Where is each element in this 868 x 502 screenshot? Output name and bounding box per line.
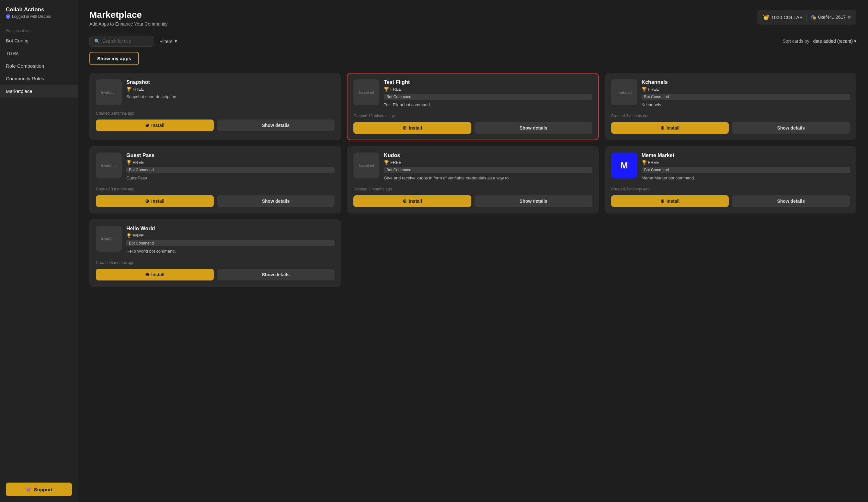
show-details-button[interactable]: Show details [732,122,850,134]
card-price: 🏆 FREE [126,160,334,165]
card-info: Test Flight 🏆 FREE Bot Command Test Flig… [384,79,592,108]
card-tag: Bot Command [126,167,334,173]
card-description: Hello World bot command. [126,248,334,254]
card-price: 🏆 FREE [126,87,334,92]
title-block: Marketplace Add Apps to Enhance Your Com… [90,10,167,27]
card-title: Snapshot [126,79,334,85]
card-created: Created 3 months ago [96,187,334,192]
show-details-button[interactable]: Show details [217,269,335,280]
card-price: 🏆 FREE [642,87,850,92]
card-created: Created 3 months ago [96,111,334,116]
wallet-area: 👑 1000 COLLAB 🎭 0xef44...2617 ⧉ [757,10,856,24]
card-image: Invalid url [353,79,379,105]
card-price: 🏆 FREE [126,233,334,238]
show-details-button[interactable]: Show details [217,120,335,131]
card-guest-pass: Invalid url Guest Pass 🏆 FREE Bot Comman… [90,146,341,213]
card-image: Invalid url [353,153,379,178]
sort-area: Sort cards by date added (recent) ▾ [783,39,856,44]
card-tag: Bot Command [642,167,850,173]
card-info: Snapshot 🏆 FREE Snapshot short descripti… [126,79,334,105]
install-button[interactable]: ⊕ Install [96,120,214,131]
main-content: Marketplace Add Apps to Enhance Your Com… [78,0,868,502]
install-button[interactable]: ⊕ Install [353,195,471,207]
wallet-icon: 🎭 [811,14,816,20]
card-image: M [611,153,637,178]
card-top: Invalid url Guest Pass 🏆 FREE Bot Comman… [96,153,334,181]
card-created: Created 3 months ago [611,187,850,192]
install-button[interactable]: ⊕ Install [353,122,471,134]
wallet-address: 🎭 0xef44...2617 ⧉ [811,14,850,20]
card-hello-world: Invalid url Hello World 🏆 FREE Bot Comma… [90,219,341,287]
install-button[interactable]: ⊕ Install [611,195,729,207]
card-snapshot: Invalid url Snapshot 🏆 FREE Snapshot sho… [90,73,341,140]
card-actions: ⊕ Install Show details [353,122,592,134]
sidebar-item-role-composition[interactable]: Role Composition [0,60,78,72]
card-created: Created 3 months ago [611,114,850,118]
support-button[interactable]: 👾 Support [6,483,72,496]
copy-icon[interactable]: ⧉ [848,14,850,20]
card-description: Test Flight bot command. [384,102,592,108]
install-button[interactable]: ⊕ Install [96,269,214,280]
show-details-button[interactable]: Show details [217,195,335,207]
card-actions: ⊕ Install Show details [96,195,334,207]
card-title: Hello World [126,226,334,232]
card-image: Invalid url [96,153,122,178]
install-icon: ⊕ [145,198,149,204]
collab-balance: 👑 1000 COLLAB [763,14,803,20]
install-icon: ⊕ [145,272,149,278]
search-icon: 🔍 [94,39,100,44]
card-kudos: Invalid url Kudos 🏆 FREE Bot Command Giv… [347,146,599,213]
card-title: Meme Market [642,153,850,158]
show-details-button[interactable]: Show details [732,195,850,207]
card-price: 🏆 FREE [642,160,850,165]
card-image: Invalid url [96,226,122,252]
search-input[interactable] [102,39,149,44]
app-name: Collab Actions [6,7,72,13]
install-icon: ⊕ [403,125,407,131]
show-my-apps-button[interactable]: Show my apps [90,52,139,65]
sidebar-support: 👾 Support [0,477,78,502]
install-icon: ⊕ [145,122,149,128]
install-icon: ⊕ [660,125,664,131]
crown-icon: 👑 [763,14,769,20]
search-filter-row: 🔍 Filters ▾ Sort cards by date added (re… [90,35,856,47]
install-icon: ⊕ [403,198,407,204]
support-icon: 👾 [25,486,31,492]
cards-grid: Invalid url Snapshot 🏆 FREE Snapshot sho… [90,73,856,287]
card-title: Guest Pass [126,153,334,158]
sort-dropdown[interactable]: date added (recent) ▾ [813,39,856,44]
filters-button[interactable]: Filters ▾ [159,38,177,44]
card-image: Invalid url [96,79,122,105]
sidebar-header: Collab Actions ◆ Logged in with Discord [0,0,78,23]
sidebar-item-marketplace[interactable]: Marketplace [0,85,78,98]
card-info: Kchannels 🏆 FREE Bot Command Kchannels [642,79,850,108]
card-tag: Bot Command [384,94,592,100]
sidebar-item-bot-config[interactable]: Bot Config [0,34,78,47]
card-actions: ⊕ Install Show details [611,195,850,207]
discord-icon: ◆ [6,14,10,19]
card-created: Created 3 months ago [96,260,334,265]
show-details-button[interactable]: Show details [475,122,592,134]
sidebar-section-label: Administration [0,23,78,34]
sidebar-item-community-roles[interactable]: Community Roles [0,72,78,85]
sidebar-item-tgrs[interactable]: TGRs [0,47,78,60]
wallet-divider [806,13,807,21]
card-top: Invalid url Kchannels 🏆 FREE Bot Command… [611,79,850,108]
logged-in-status: ◆ Logged in with Discord [6,14,72,19]
page-subtitle: Add Apps to Enhance Your Community [90,21,167,27]
card-tag: Bot Command [642,94,850,100]
install-button[interactable]: ⊕ Install [611,122,729,134]
card-created: Created 3 months ago [353,187,592,192]
card-description: Meme Market bot command. [642,175,850,181]
install-button[interactable]: ⊕ Install [96,195,214,207]
sidebar: Collab Actions ◆ Logged in with Discord … [0,0,78,502]
sidebar-nav: Bot Config TGRs Role Composition Communi… [0,34,78,477]
card-actions: ⊕ Install Show details [96,120,334,131]
show-details-button[interactable]: Show details [475,195,592,207]
card-description: Give and receive kudos in form of verifi… [384,175,592,181]
install-icon: ⊕ [660,198,664,204]
card-info: Hello World 🏆 FREE Bot Command Hello Wor… [126,226,334,254]
main-header-row: Marketplace Add Apps to Enhance Your Com… [90,10,856,27]
card-description: Snapshot short description [126,94,334,100]
card-test-flight: Invalid url Test Flight 🏆 FREE Bot Comma… [347,73,599,140]
